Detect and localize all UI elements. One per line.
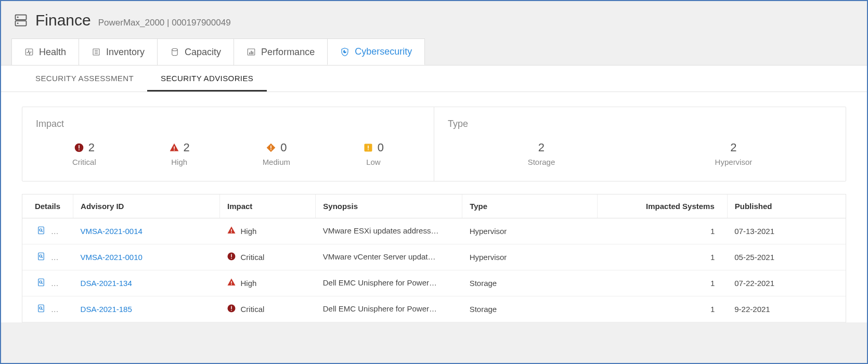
- impact-card: Impact 2 Critical 2 High: [22, 107, 434, 181]
- stat-count: 0: [280, 141, 287, 154]
- advisories-table-wrap: Details Advisory ID Impact Synopsis Type…: [22, 194, 846, 322]
- primary-tabs: Health Inventory Capacity Performance Cy…: [1, 38, 867, 65]
- server-icon: [14, 13, 28, 28]
- tab-label: Inventory: [106, 47, 145, 58]
- stat-storage[interactable]: 2 Storage: [528, 141, 555, 166]
- stat-label: Critical: [72, 158, 96, 166]
- col-details[interactable]: Details: [22, 194, 73, 218]
- content-area: SECURITY ASSESSMENT SECURITY ADVISORIES …: [1, 65, 867, 322]
- stat-count: 2: [88, 141, 95, 154]
- stat-count: 2: [538, 141, 545, 154]
- impact-text: High: [240, 227, 256, 236]
- stat-count: 2: [730, 141, 736, 154]
- col-impact[interactable]: Impact: [219, 194, 315, 218]
- published-date: 9-22-2021: [734, 305, 770, 314]
- row-more-icon[interactable]: …: [51, 305, 59, 314]
- critical-icon: [74, 142, 84, 153]
- inventory-icon: [92, 47, 101, 57]
- critical-icon: [227, 252, 236, 263]
- capacity-icon: [170, 47, 179, 57]
- synopsis-text: VMware ESXi updates address…: [323, 226, 439, 235]
- high-icon: [169, 142, 179, 153]
- page-subtitle: PowerMax_2000 | 000197900049: [98, 18, 231, 28]
- critical-icon: [227, 304, 236, 315]
- secondary-tabs: SECURITY ASSESSMENT SECURITY ADVISORIES: [1, 66, 867, 92]
- col-published[interactable]: Published: [727, 194, 846, 218]
- stat-label: Hypervisor: [715, 158, 753, 166]
- type-text: Storage: [470, 279, 497, 288]
- tab-label: Capacity: [185, 47, 221, 58]
- page-title: Finance: [35, 11, 91, 29]
- type-text: Storage: [470, 305, 497, 314]
- stat-hypervisor[interactable]: 2 Hypervisor: [715, 141, 753, 166]
- table-row: … VMSA-2021-0014 High VMware ESXi update…: [22, 218, 846, 244]
- tab-inventory[interactable]: Inventory: [79, 38, 158, 65]
- impact-text: High: [240, 279, 256, 288]
- col-type[interactable]: Type: [462, 194, 598, 218]
- row-more-icon[interactable]: …: [51, 279, 59, 288]
- stat-label: Medium: [263, 158, 290, 166]
- high-icon: [227, 278, 236, 289]
- stat-label: Low: [363, 158, 384, 166]
- tab-performance[interactable]: Performance: [234, 38, 328, 65]
- stat-label: High: [169, 158, 190, 166]
- table-row: … DSA-2021-134 High Dell EMC Unisphere f…: [22, 270, 846, 296]
- col-synopsis[interactable]: Synopsis: [316, 194, 462, 218]
- impact-text: Critical: [240, 253, 264, 262]
- stat-high[interactable]: 2 High: [169, 141, 190, 166]
- type-title: Type: [448, 119, 832, 129]
- impacted-count: 1: [710, 305, 715, 314]
- tab-label: Performance: [261, 47, 315, 58]
- tab-cybersecurity[interactable]: Cybersecurity: [327, 38, 425, 65]
- advisory-link[interactable]: DSA-2021-185: [81, 305, 132, 314]
- row-more-icon[interactable]: …: [51, 253, 59, 262]
- subtab-security-advisories[interactable]: SECURITY ADVISORIES: [147, 66, 267, 92]
- synopsis-text: Dell EMC Unisphere for Power…: [323, 278, 437, 287]
- page-header: Finance PowerMax_2000 | 000197900049: [1, 1, 867, 38]
- tab-health[interactable]: Health: [11, 38, 79, 65]
- view-details-icon[interactable]: [36, 226, 46, 237]
- view-details-icon[interactable]: [36, 252, 46, 263]
- stat-count: 2: [184, 141, 190, 154]
- synopsis-text: Dell EMC Unisphere for Power…: [323, 304, 437, 313]
- table-row: … VMSA-2021-0010 Critical VMware vCenter…: [22, 244, 846, 270]
- summary-row: Impact 2 Critical 2 High: [22, 107, 846, 181]
- table-row: … DSA-2021-185 Critical Dell EMC Unisphe…: [22, 296, 846, 322]
- advisories-table: Details Advisory ID Impact Synopsis Type…: [22, 194, 846, 322]
- synopsis-text: VMware vCenter Server updat…: [323, 252, 436, 261]
- published-date: 07-13-2021: [734, 227, 774, 236]
- impacted-count: 1: [710, 279, 715, 288]
- subtab-security-assessment[interactable]: SECURITY ASSESSMENT: [22, 66, 147, 92]
- row-more-icon[interactable]: …: [51, 227, 59, 236]
- stat-critical[interactable]: 2 Critical: [72, 141, 96, 166]
- col-impacted-systems[interactable]: Impacted Systems: [598, 194, 727, 218]
- high-icon: [227, 226, 236, 237]
- published-date: 07-22-2021: [734, 279, 774, 288]
- stat-count: 0: [378, 141, 384, 154]
- advisory-link[interactable]: VMSA-2021-0014: [81, 227, 142, 236]
- tab-label: Health: [39, 47, 66, 58]
- impact-text: Critical: [240, 305, 264, 314]
- impacted-count: 1: [710, 253, 715, 262]
- tab-label: Cybersecurity: [355, 46, 412, 57]
- stat-low[interactable]: 0 Low: [363, 141, 384, 166]
- advisory-link[interactable]: DSA-2021-134: [81, 279, 132, 288]
- type-card: Type 2 Storage 2 Hypervisor: [434, 107, 846, 181]
- type-text: Hypervisor: [470, 253, 507, 262]
- impacted-count: 1: [710, 227, 715, 236]
- health-icon: [24, 47, 34, 57]
- stat-label: Storage: [528, 158, 555, 166]
- view-details-icon[interactable]: [36, 278, 46, 289]
- stat-medium[interactable]: 0 Medium: [263, 141, 290, 166]
- impact-title: Impact: [36, 119, 420, 129]
- medium-icon: [266, 142, 276, 153]
- low-icon: [363, 142, 373, 153]
- performance-icon: [247, 47, 256, 57]
- published-date: 05-25-2021: [734, 253, 774, 262]
- view-details-icon[interactable]: [36, 304, 46, 315]
- col-advisory-id[interactable]: Advisory ID: [73, 194, 220, 218]
- tab-capacity[interactable]: Capacity: [157, 38, 234, 65]
- advisory-link[interactable]: VMSA-2021-0010: [81, 253, 142, 262]
- shield-icon: [340, 47, 349, 57]
- type-text: Hypervisor: [470, 227, 507, 236]
